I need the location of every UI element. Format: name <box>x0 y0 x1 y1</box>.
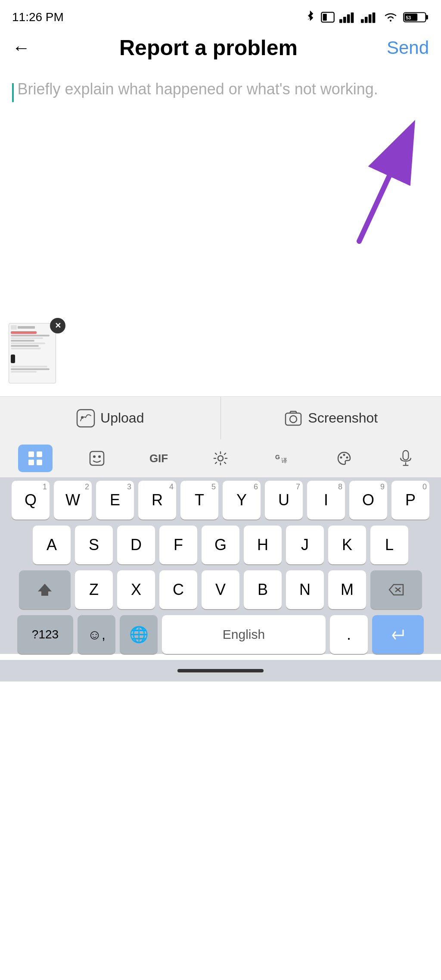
placeholder-text: Briefly explain what happened or what's … <box>17 80 378 98</box>
key-o[interactable]: O9 <box>349 481 387 520</box>
numeric-key[interactable]: ?123 <box>17 615 73 654</box>
wifi-icon <box>382 11 399 23</box>
globe-key[interactable]: 🌐 <box>120 615 158 654</box>
text-input-area[interactable]: Briefly explain what happened or what's … <box>0 69 441 396</box>
svg-point-17 <box>81 416 84 419</box>
keyboard-sticker-button[interactable] <box>80 445 114 472</box>
svg-rect-21 <box>37 451 42 457</box>
media-bar: Upload Screenshot <box>0 396 441 439</box>
send-button[interactable]: Send <box>387 37 429 58</box>
camera-icon <box>284 409 303 428</box>
key-d[interactable]: D <box>117 526 155 564</box>
home-indicator <box>0 660 441 681</box>
key-y[interactable]: Y6 <box>223 481 261 520</box>
top-bar: ← Report a problem Send <box>0 31 441 69</box>
svg-rect-6 <box>361 19 364 23</box>
svg-rect-18 <box>286 413 301 425</box>
svg-rect-3 <box>343 17 346 23</box>
key-i[interactable]: I8 <box>307 481 345 520</box>
bluetooth-icon <box>304 9 316 25</box>
keyboard-settings-button[interactable] <box>203 445 238 472</box>
home-bar <box>177 669 264 672</box>
svg-point-25 <box>93 455 96 458</box>
translate-icon: G 译 <box>273 450 291 467</box>
signal2-icon <box>361 11 378 23</box>
enter-key[interactable] <box>372 615 424 654</box>
palette-icon <box>335 450 353 467</box>
svg-point-31 <box>343 454 345 456</box>
status-time: 11:26 PM <box>12 10 64 24</box>
attachment-thumbnail <box>9 323 60 388</box>
key-c[interactable]: C <box>159 570 197 609</box>
key-row-2: A S D F G H J K L <box>3 526 438 564</box>
key-l[interactable]: L <box>370 526 408 564</box>
svg-line-15 <box>359 129 411 241</box>
svg-rect-5 <box>351 12 354 23</box>
svg-point-26 <box>98 455 101 458</box>
key-j[interactable]: J <box>286 526 324 564</box>
key-s[interactable]: S <box>75 526 113 564</box>
upload-button[interactable]: Upload <box>0 397 221 439</box>
battery-icon: 53 <box>403 11 429 23</box>
key-v[interactable]: V <box>202 570 239 609</box>
key-x[interactable]: X <box>117 570 155 609</box>
screenshot-button[interactable]: Screenshot <box>221 397 441 439</box>
key-b[interactable]: B <box>244 570 282 609</box>
svg-rect-33 <box>403 451 409 460</box>
key-row-1: Q1 W2 E3 R4 T5 Y6 U7 I8 O9 P0 <box>3 481 438 520</box>
key-m[interactable]: M <box>328 570 366 609</box>
svg-rect-11 <box>426 15 428 20</box>
attachment-area <box>9 323 60 388</box>
signal-icon <box>339 11 357 23</box>
gif-label: GIF <box>149 452 168 465</box>
key-g[interactable]: G <box>202 526 239 564</box>
key-t[interactable]: T5 <box>180 481 218 520</box>
keyboard-apps-button[interactable] <box>18 445 53 472</box>
svg-rect-16 <box>77 410 94 427</box>
svg-rect-22 <box>28 460 34 465</box>
key-e[interactable]: E3 <box>96 481 134 520</box>
status-icons: 53 <box>304 9 429 25</box>
screenshot-label: Screenshot <box>308 410 378 426</box>
keyboard-translate-button[interactable]: G 译 <box>265 445 299 472</box>
key-k[interactable]: K <box>328 526 366 564</box>
key-a[interactable]: A <box>33 526 71 564</box>
space-key[interactable]: English <box>162 615 326 654</box>
key-h[interactable]: H <box>244 526 282 564</box>
keyboard: Q1 W2 E3 R4 T5 Y6 U7 I8 O9 P0 A S D F G … <box>0 477 441 654</box>
keyboard-palette-button[interactable] <box>327 445 361 472</box>
keyboard-gif-button[interactable]: GIF <box>142 445 176 472</box>
svg-rect-20 <box>28 451 34 457</box>
delete-key[interactable] <box>370 570 422 609</box>
key-q[interactable]: Q1 <box>12 481 50 520</box>
key-row-bottom: ?123 ☺, 🌐 English . <box>3 615 438 654</box>
keyboard-toolbar: GIF G 译 <box>0 439 441 477</box>
page-title: Report a problem <box>34 35 382 60</box>
svg-point-32 <box>346 457 348 459</box>
key-u[interactable]: U7 <box>265 481 303 520</box>
text-cursor <box>12 83 14 102</box>
back-button[interactable]: ← <box>12 39 30 57</box>
svg-rect-2 <box>339 19 342 23</box>
shift-key[interactable] <box>19 570 71 609</box>
remove-attachment-button[interactable] <box>50 318 65 333</box>
upload-label: Upload <box>100 410 144 426</box>
upload-icon <box>76 409 95 428</box>
key-w[interactable]: W2 <box>54 481 92 520</box>
svg-text:G: G <box>275 454 280 460</box>
svg-text:53: 53 <box>406 15 411 20</box>
period-key[interactable]: . <box>330 615 368 654</box>
key-n[interactable]: N <box>286 570 324 609</box>
key-r[interactable]: R4 <box>138 481 176 520</box>
svg-point-30 <box>340 457 342 459</box>
arrow-annotation <box>325 112 432 250</box>
svg-marker-36 <box>38 584 52 596</box>
emoji-key[interactable]: ☺, <box>78 615 115 654</box>
nfc-icon <box>320 11 335 23</box>
keyboard-mic-button[interactable] <box>388 445 423 472</box>
svg-rect-9 <box>373 12 376 23</box>
svg-rect-1 <box>323 14 327 21</box>
key-z[interactable]: Z <box>75 570 113 609</box>
key-p[interactable]: P0 <box>391 481 429 520</box>
key-f[interactable]: F <box>159 526 197 564</box>
